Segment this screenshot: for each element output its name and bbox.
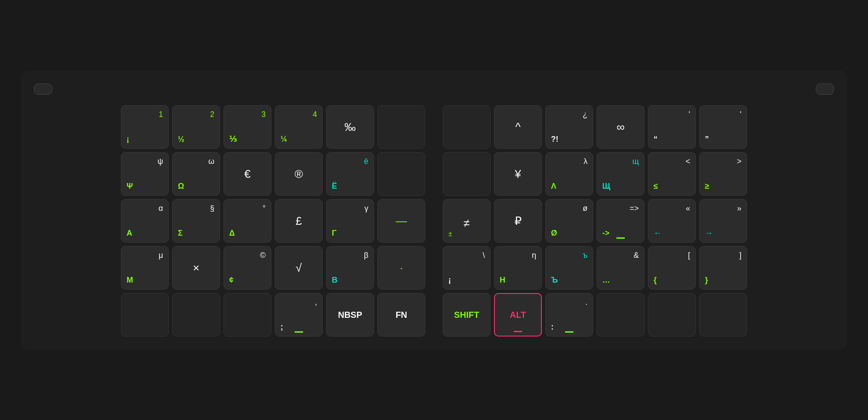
key-4-5[interactable]: FN [377,293,425,337]
key-4-1[interactable]: ALT [494,293,542,337]
key-2-5[interactable]: — [377,199,425,243]
key-1-3[interactable]: ® [275,152,323,196]
key-0-4[interactable]: ‰ [326,105,374,149]
key-3-1[interactable]: × [172,246,220,290]
keyboard-container: 1¡2½3⅓4¼‰ψΨωΩ€®ëËαΑ§Σ°Δ£γΓ—μΜ×©¢√βΒ·,;NB… [21,70,847,350]
key-3-0[interactable]: \¡ [443,246,491,290]
key-4-3[interactable] [597,293,644,337]
key-2-3[interactable]: £ [275,199,323,243]
key-0-2[interactable]: 3⅓ [224,105,271,149]
key-4-5[interactable] [699,293,747,337]
key-top-char: > [737,157,741,166]
key-0-3[interactable]: 4¼ [275,105,323,149]
key-layout: ηΗ [500,251,536,285]
key-3-0[interactable]: μΜ [121,246,169,290]
key-0-2[interactable]: ¿?! [545,105,593,149]
key-bottom-char: Щ [602,182,610,191]
key-2-5[interactable]: »→ [699,199,747,243]
key-1-5[interactable]: >≥ [699,152,747,196]
key-2-0[interactable]: ≠± [443,199,491,243]
key-1-1[interactable]: ¥ [494,152,542,196]
key-3-4[interactable]: βΒ [326,246,374,290]
key-bottom-char: { [654,276,657,285]
key-layout: øØ [551,204,588,238]
key-2-1[interactable]: ₽ [494,199,542,243]
key-center: × [178,251,214,285]
key-2-4[interactable]: «← [648,199,696,243]
left-half: 1¡2½3⅓4¼‰ψΨωΩ€®ëËαΑ§Σ°Δ£γΓ—μΜ×©¢√βΒ·,;NB… [121,105,425,337]
key-4-4[interactable]: NBSP [326,293,374,337]
key-layout: 4¼ [280,110,317,144]
key-0-1[interactable]: 2½ [172,105,220,149]
key-layout: =>-> [602,204,639,238]
key-3-5[interactable]: · [377,246,425,290]
key-0-1[interactable]: ^ [494,105,542,149]
key-4-2[interactable] [224,293,271,337]
key-top-char: & [634,251,639,260]
key-bottom-char: ← [654,229,661,238]
key-center: ≠ [448,208,485,238]
key-1-0[interactable]: ψΨ [121,152,169,196]
key-3-3[interactable]: √ [275,246,323,290]
key-top-char: « [686,204,690,213]
key-1-0[interactable] [443,152,491,196]
key-4-0[interactable] [121,293,169,337]
key-layout: αΑ [127,204,163,238]
key-layout: &… [602,251,639,285]
key-1-4[interactable]: ëË [326,152,374,196]
key-row-0: ^¿?!∞'“'” [443,105,747,149]
key-1-2[interactable]: € [224,152,271,196]
key-3-3[interactable]: &… [597,246,644,290]
key-layout: '” [705,110,741,144]
key-layout: °Δ [229,204,266,238]
key-3-5[interactable]: ]} [699,246,747,290]
key-layout: '“ [654,110,690,144]
key-row-3: \¡ηΗъЪ&…[{]} [443,246,747,290]
key-top-char: \ [483,251,485,260]
key-2-0[interactable]: αΑ [121,199,169,243]
key-4-0[interactable]: SHIFT [443,293,491,337]
key-top-char: щ [632,157,639,166]
key-4-3[interactable]: ,; [275,293,323,337]
key-layout: »→ [705,204,741,238]
key-1-2[interactable]: λΛ [545,152,593,196]
key-bottom-char: } [705,276,708,285]
key-layout: \¡ [448,251,485,285]
key-2-1[interactable]: §Σ [172,199,220,243]
key-3-2[interactable]: ©¢ [224,246,271,290]
key-layout: щЩ [602,157,639,191]
key-1-5[interactable] [377,152,425,196]
key-4-2[interactable]: .: [545,293,593,337]
key-2-2[interactable]: °Δ [224,199,271,243]
key-row-2: ≠±₽øØ=>->«←»→ [443,199,747,243]
key-3-1[interactable]: ηΗ [494,246,542,290]
key-top-char: , [315,298,317,307]
key-3-2[interactable]: ъЪ [545,246,593,290]
key-0-3[interactable]: ∞ [597,105,644,149]
key-bottom-char: Δ [229,229,235,238]
key-0-5[interactable]: '” [699,105,747,149]
key-row-2: αΑ§Σ°Δ£γΓ— [121,199,425,243]
key-layout: ©¢ [229,251,266,285]
key-1-3[interactable]: щЩ [597,152,644,196]
key-0-5[interactable] [377,105,425,149]
key-layout: ψΨ [127,157,163,191]
key-top-char: 3 [261,110,266,119]
key-1-1[interactable]: ωΩ [172,152,220,196]
key-0-0[interactable] [443,105,491,149]
key-2-3[interactable]: =>-> [597,199,644,243]
key-4-4[interactable] [648,293,696,337]
key-center: √ [280,251,317,285]
key-top-char: ъ [583,251,588,260]
key-0-4[interactable]: '“ [648,105,696,149]
key-3-4[interactable]: [{ [648,246,696,290]
key-layout: <≤ [654,157,690,191]
key-4-1[interactable] [172,293,220,337]
key-2-2[interactable]: øØ [545,199,593,243]
key-1-4[interactable]: <≤ [648,152,696,196]
key-0-0[interactable]: 1¡ [121,105,169,149]
key-center: ∞ [602,110,639,144]
key-center: ₽ [500,204,536,238]
key-2-4[interactable]: γΓ [326,199,374,243]
key-bottom-char: Ψ [127,182,133,191]
